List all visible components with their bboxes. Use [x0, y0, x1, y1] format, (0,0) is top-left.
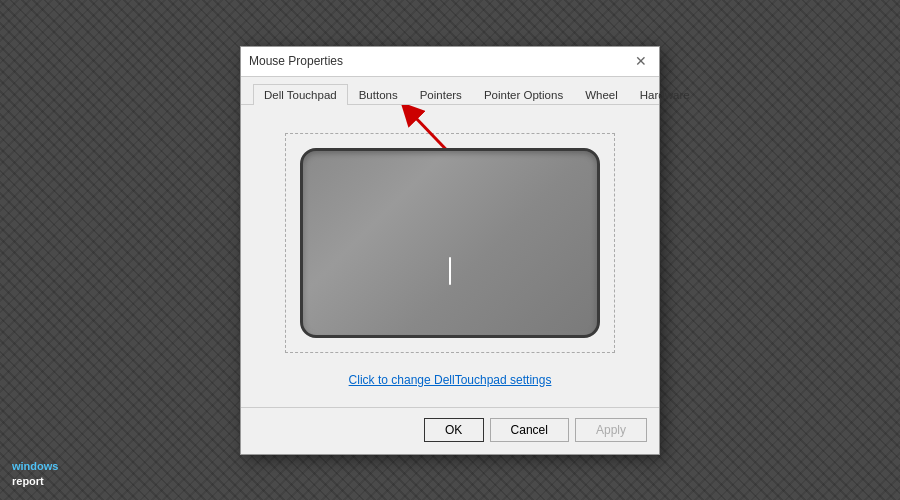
close-button[interactable]: ✕ — [631, 51, 651, 71]
watermark: windows report — [12, 459, 58, 488]
tab-bar: Dell Touchpad Buttons Pointers Pointer O… — [241, 77, 659, 105]
tab-hardware[interactable]: Hardware — [629, 84, 701, 105]
touchpad-image — [300, 148, 600, 338]
cancel-button[interactable]: Cancel — [490, 418, 569, 442]
button-row: OK Cancel Apply — [241, 407, 659, 454]
title-bar: Mouse Properties ✕ — [241, 47, 659, 77]
touchpad-cursor — [449, 257, 451, 285]
mouse-properties-dialog: Mouse Properties ✕ Dell Touchpad Buttons… — [240, 46, 660, 455]
apply-button[interactable]: Apply — [575, 418, 647, 442]
watermark-windows: windows — [12, 460, 58, 472]
settings-link[interactable]: Click to change DellTouchpad settings — [349, 373, 552, 387]
content-area: Click to change DellTouchpad settings — [241, 105, 659, 407]
touchpad-container — [285, 133, 615, 353]
watermark-report: report — [12, 475, 44, 487]
tab-pointer-options[interactable]: Pointer Options — [473, 84, 574, 105]
ok-button[interactable]: OK — [424, 418, 484, 442]
tab-dell-touchpad[interactable]: Dell Touchpad — [253, 84, 348, 105]
tab-pointers[interactable]: Pointers — [409, 84, 473, 105]
tab-wheel[interactable]: Wheel — [574, 84, 629, 105]
tab-buttons[interactable]: Buttons — [348, 84, 409, 105]
dialog-title: Mouse Properties — [249, 54, 343, 68]
